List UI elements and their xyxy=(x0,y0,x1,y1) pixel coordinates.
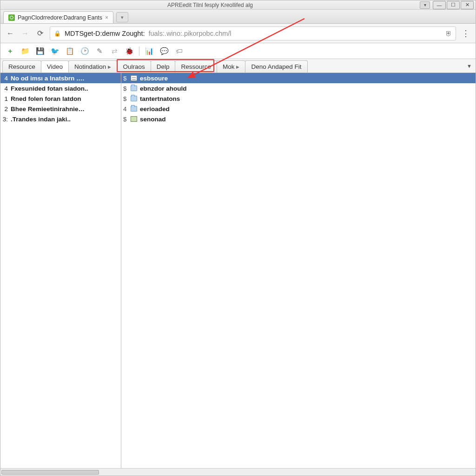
plus-icon[interactable]: + xyxy=(5,46,15,56)
shield-icon[interactable]: ⛨ xyxy=(445,30,452,37)
toolbar-separator xyxy=(139,46,139,56)
category-tab-label: Ressource xyxy=(181,63,211,70)
folder-icon[interactable]: 📁 xyxy=(20,46,30,56)
item-text: Fxesunided fotan siadon.. xyxy=(11,85,88,92)
list-item[interactable]: 2Bhee Remieetinirahnie… xyxy=(0,104,121,114)
scrollbar-thumb[interactable] xyxy=(1,470,99,475)
item-text: No od imsı a Inatsbrn …. xyxy=(11,75,84,82)
list-item[interactable]: $senonad xyxy=(121,114,476,124)
item-prefix: 4 xyxy=(123,106,128,112)
category-tab-label: Delp xyxy=(157,63,170,70)
category-tab-oulraos[interactable]: Oulraos xyxy=(117,60,151,73)
item-number: 4 xyxy=(2,85,8,92)
save-icon[interactable]: 💾 xyxy=(35,46,45,56)
maximize-button[interactable]: ☐ xyxy=(447,1,460,9)
footer-scrollbar[interactable] xyxy=(0,468,476,476)
chevron-down-icon: ▶ xyxy=(236,65,239,69)
app-window: APREedit Tilnl fesply Kreollifed alg ▾ —… xyxy=(0,0,476,476)
item-prefix: $ xyxy=(123,75,128,82)
twitter-icon[interactable]: 🐦 xyxy=(50,46,60,56)
category-tab-label: Deno Andaped Fit xyxy=(251,63,301,70)
category-tab-resource[interactable]: Resource xyxy=(2,60,41,73)
list-item[interactable]: 1Rned folen foran latdon xyxy=(0,93,121,104)
swap-icon[interactable]: ⇄ xyxy=(109,46,119,56)
item-prefix: $ xyxy=(123,95,128,102)
titlebar-extra-button[interactable]: ▾ xyxy=(420,1,430,9)
url-field[interactable]: 🔒 MDTSget-D:demw Zought: fuals:.wino:.pi… xyxy=(50,26,456,40)
item-number: 3: xyxy=(2,116,8,123)
clock-icon[interactable]: 🕑 xyxy=(79,46,90,56)
item-text: eerioaded xyxy=(140,106,170,112)
list-item[interactable]: 4No od imsı a Inatsbrn …. xyxy=(0,73,121,83)
browser-tab[interactable]: ⎔ PagnClodrredore:Dadrang Eants × xyxy=(3,11,113,23)
item-prefix: $ xyxy=(123,85,128,92)
category-tab-label: Oulraos xyxy=(123,63,145,70)
list-item[interactable]: $ebnzdor ahould xyxy=(121,83,476,93)
content-area: 4No od imsı a Inatsbrn ….4Fxesunided fot… xyxy=(0,73,476,468)
bug-icon[interactable]: 🐞 xyxy=(124,46,134,56)
list-icon xyxy=(131,75,137,81)
folder-icon xyxy=(131,96,137,101)
left-pane[interactable]: 4No od imsı a Inatsbrn ….4Fxesunided fot… xyxy=(0,73,121,468)
list-item[interactable]: 3:.Trandes indan jaki.. xyxy=(0,114,121,124)
list-item[interactable]: $tantertnatons xyxy=(121,93,476,104)
item-text: esbsoure xyxy=(140,75,168,82)
category-tab-label: Resource xyxy=(8,63,35,70)
overflow-menu-button[interactable]: ⋮ xyxy=(461,28,471,39)
browser-tab-title: PagnClodrredore:Dadrang Eants xyxy=(18,14,102,21)
item-text: Rned folen foran latdon xyxy=(11,95,81,102)
category-tab-video[interactable]: Video xyxy=(41,60,69,73)
category-tabstrip: ResourceVideoNotindation▶OulraosDelpRess… xyxy=(0,59,476,73)
category-tab-label: Video xyxy=(47,63,63,70)
item-number: 4 xyxy=(2,75,8,82)
list-item[interactable]: $esbsoure xyxy=(121,73,476,83)
reload-button[interactable]: ⟳ xyxy=(35,28,45,39)
clipboard-icon[interactable]: 📋 xyxy=(65,46,75,56)
category-tab-delp[interactable]: Delp xyxy=(151,60,176,73)
pencil-icon[interactable]: ✎ xyxy=(94,46,105,56)
toolbar: +📁💾🐦📋🕑✎⇄🐞📊💬🏷 xyxy=(0,43,476,59)
forward-button[interactable]: → xyxy=(20,28,30,39)
item-number: 1 xyxy=(2,95,8,102)
category-tab-deno-andaped-fit[interactable]: Deno Andaped Fit xyxy=(245,60,307,73)
tabstrip-settings-icon[interactable]: ▼ xyxy=(467,63,472,69)
item-prefix: $ xyxy=(123,116,128,123)
folder-icon xyxy=(131,106,137,112)
url-rest-text: fuals:.wino:.pikorpobc.chm/l xyxy=(148,30,231,37)
category-tab-notindation[interactable]: Notindation▶ xyxy=(68,60,117,73)
list-item[interactable]: 4eerioaded xyxy=(121,104,476,114)
url-main-text: MDTSget-D:demw Zought: xyxy=(65,30,145,37)
lock-icon: 🔒 xyxy=(54,30,61,37)
category-tab-label: Notindation xyxy=(74,63,106,70)
chevron-down-icon: ▶ xyxy=(108,65,111,69)
tag-icon[interactable]: 🏷 xyxy=(174,46,184,56)
img-icon xyxy=(131,116,137,122)
category-tab-ressource[interactable]: Ressource xyxy=(175,60,217,73)
favicon-icon: ⎔ xyxy=(8,14,15,21)
minimize-button[interactable]: — xyxy=(433,1,446,9)
folder-icon xyxy=(131,86,137,91)
back-button[interactable]: ← xyxy=(5,28,15,39)
item-text: ebnzdor ahould xyxy=(140,85,187,92)
category-tab-mok[interactable]: Mok▶ xyxy=(217,60,246,73)
titlebar: APREedit Tilnl fesply Kreollifed alg ▾ —… xyxy=(0,0,476,10)
item-text: .Trandes indan jaki.. xyxy=(11,116,71,123)
item-text: Bhee Remieetinirahnie… xyxy=(11,106,85,112)
list-item[interactable]: 4Fxesunided fotan siadon.. xyxy=(0,83,121,93)
new-tab-button[interactable]: ▾ xyxy=(116,12,128,22)
item-text: senonad xyxy=(140,116,166,123)
item-number: 2 xyxy=(2,106,8,112)
right-pane[interactable]: $esbsoure$ebnzdor ahould$tantertnatons4e… xyxy=(121,73,476,468)
category-tab-label: Mok xyxy=(223,63,235,70)
navbar: ← → ⟳ 🔒 MDTSget-D:demw Zought: fuals:.wi… xyxy=(0,24,476,43)
close-tab-icon[interactable]: × xyxy=(105,14,108,21)
close-window-button[interactable]: ✕ xyxy=(461,1,474,9)
chat-icon[interactable]: 💬 xyxy=(159,46,169,56)
item-text: tantertnatons xyxy=(140,95,180,102)
chart-icon[interactable]: 📊 xyxy=(144,46,154,56)
browser-tabstrip: ⎔ PagnClodrredore:Dadrang Eants × ▾ xyxy=(0,10,476,24)
window-title: APREedit Tilnl fesply Kreollifed alg xyxy=(0,2,420,8)
